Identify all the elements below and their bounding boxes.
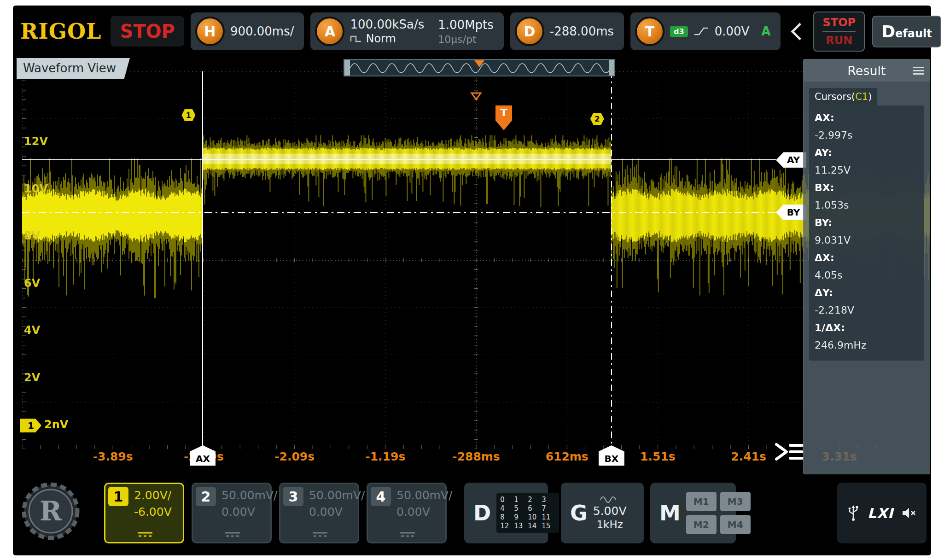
- bottom-toolbar: R 12.00V/-6.00V250.00mV/0.00V350.00mV/0.…: [13, 479, 931, 555]
- usb-icon: [847, 505, 859, 521]
- horizontal-key-icon[interactable]: H: [195, 17, 225, 46]
- channel-offset: 0.00V: [396, 505, 430, 519]
- math-slot-m4[interactable]: M4: [720, 515, 751, 534]
- generator-amplitude: 5.00V: [593, 504, 627, 518]
- x-axis-label: 1.51s: [640, 450, 676, 463]
- waveform-canvas[interactable]: [22, 71, 930, 449]
- waveform-display: 12V10V8V6V4V2V -3.89s-2.99s-2.09s-1.19s-…: [22, 71, 930, 477]
- trigger-position-icon[interactable]: [470, 92, 482, 101]
- channel-scale: 50.00mV/: [309, 489, 365, 502]
- trigger-menu-button[interactable]: T d3 0.00V A: [630, 12, 781, 50]
- top-toolbar: RIGOL STOP H 900.00ms/ A 100.00kSa/s Nor…: [16, 7, 928, 55]
- io-status-cluster: LXI: [837, 483, 927, 543]
- trigger-key-icon[interactable]: T: [635, 17, 664, 46]
- digital-bit: 11: [542, 513, 555, 522]
- sine-wave-icon: [600, 496, 620, 503]
- digital-bit: 9: [514, 513, 528, 522]
- preview-trigger-icon: [474, 60, 484, 67]
- digital-bit: 8: [500, 513, 514, 522]
- channel-2-button[interactable]: 250.00mV/0.00V: [192, 483, 272, 543]
- oscilloscope-screen: RIGOL STOP H 900.00ms/ A 100.00kSa/s Nor…: [13, 6, 931, 555]
- channel-number-badge: 2: [196, 487, 216, 506]
- channel-3-button[interactable]: 350.00mV/0.00V: [279, 483, 359, 543]
- result-label: AY:: [815, 144, 919, 162]
- horizontal-menu-button[interactable]: H 900.00ms/: [191, 12, 304, 50]
- math-key-label: M: [659, 501, 681, 525]
- x-axis-label: 612ms: [546, 450, 589, 463]
- x-axis-label: -288ms: [452, 450, 500, 463]
- generator-button[interactable]: G 5.00V 1kHz: [561, 483, 644, 543]
- ground-coupling-icon: [310, 531, 330, 538]
- digital-bit: 4: [500, 504, 514, 513]
- y-axis-label: 10V: [24, 182, 48, 195]
- result-value: 11.25V: [815, 162, 919, 179]
- cursor-ax-line[interactable]: [202, 71, 203, 449]
- channel-1-button[interactable]: 12.00V/-6.00V: [104, 483, 184, 543]
- cursor-bx-line[interactable]: [611, 71, 612, 449]
- memory-info: 1.00Mpts 10µs/pt: [438, 18, 494, 45]
- digital-channels-button[interactable]: D 0123456789101112131415: [464, 483, 548, 543]
- default-label: Default: [881, 22, 932, 41]
- rigol-logo: RIGOL: [16, 19, 104, 44]
- trigger-sweep-mode: A: [761, 24, 770, 38]
- x-axis-label: -1.19s: [365, 450, 405, 463]
- cursors-result-tab[interactable]: Cursors(C1): [809, 88, 877, 105]
- result-value: -2.218V: [815, 302, 919, 319]
- cursor-by-line[interactable]: [22, 212, 776, 213]
- result-value: 1.053s: [815, 197, 919, 214]
- timebase-value: 900.00ms/: [230, 24, 294, 38]
- x-axis-label: 2.41s: [731, 450, 766, 463]
- channel-offset: 0.00V: [309, 505, 343, 519]
- digital-bit: 10: [528, 513, 542, 522]
- channel-4-button[interactable]: 450.00mV/0.00V: [367, 483, 447, 543]
- y-axis-label: 8V: [24, 229, 40, 242]
- header-nav-group: STOP RUN Default: [793, 12, 944, 52]
- result-panel: Result Cursors(C1) AX:-2.997sAY:11.25VBX…: [803, 59, 930, 474]
- channel-number-badge: 3: [283, 487, 303, 506]
- acquisition-menu-button[interactable]: A 100.00kSa/s Norm 1.00Mpts 10µs/pt: [310, 12, 503, 50]
- acquisition-status: STOP: [111, 16, 184, 47]
- math-slot-m2[interactable]: M2: [686, 515, 717, 534]
- result-value: -2.997s: [815, 127, 919, 144]
- result-title: Result: [847, 64, 886, 78]
- digital-bits-grid: 0123456789101112131415: [496, 493, 559, 533]
- digital-bit: 7: [542, 504, 555, 513]
- digital-bit: 0: [500, 496, 514, 504]
- cursor-ay-line[interactable]: [22, 159, 776, 160]
- result-rows: AX:-2.997sAY:11.25VBX:1.053sBY:9.031VΔX:…: [809, 105, 924, 361]
- ground-coupling-icon: [222, 531, 243, 538]
- menu-gear-logo[interactable]: R: [19, 480, 82, 542]
- waveform-view-title: Waveform View: [23, 61, 116, 75]
- delay-menu-button[interactable]: D -288.00ms: [510, 12, 624, 50]
- y-axis-label: 12V: [24, 135, 48, 148]
- default-button[interactable]: Default: [872, 16, 941, 47]
- math-slot-m3[interactable]: M3: [720, 492, 751, 511]
- trigger-level-value: 0.00V: [715, 24, 750, 38]
- channel-offset: 0.00V: [221, 505, 255, 519]
- delay-key-icon[interactable]: D: [515, 17, 544, 46]
- y-axis-label: 4V: [24, 324, 40, 337]
- acquisition-key-icon[interactable]: A: [315, 17, 344, 46]
- result-label: BY:: [815, 214, 919, 232]
- trigger-source-badge: d3: [670, 26, 688, 37]
- result-header: Result: [804, 59, 930, 82]
- channel1-readout: 2nV: [44, 418, 68, 431]
- cursors-tab-prefix: Cursors(: [815, 91, 855, 102]
- generator-info: 5.00V 1kHz: [593, 496, 627, 531]
- math-button[interactable]: M M1M3M2M4: [650, 483, 736, 543]
- digital-bit: 6: [528, 504, 542, 513]
- result-menu-icon[interactable]: [913, 67, 924, 76]
- math-slot-m1[interactable]: M1: [686, 492, 717, 511]
- run-stop-button[interactable]: STOP RUN: [813, 12, 865, 52]
- waveform-view-tab[interactable]: Waveform View: [17, 58, 130, 79]
- cursors-tab-suffix: ): [868, 91, 872, 102]
- result-value: 4.05s: [815, 267, 919, 284]
- menu-expand-icon[interactable]: [773, 442, 805, 462]
- generator-frequency: 1kHz: [596, 519, 623, 531]
- x-axis-label: -3.89s: [93, 450, 133, 463]
- digital-bit: 14: [528, 522, 542, 531]
- nav-prev-icon[interactable]: [791, 23, 809, 40]
- result-value: 246.9mHz: [815, 337, 919, 354]
- delay-value: -288.00ms: [550, 24, 614, 38]
- record-preview-strip[interactable]: [344, 59, 615, 76]
